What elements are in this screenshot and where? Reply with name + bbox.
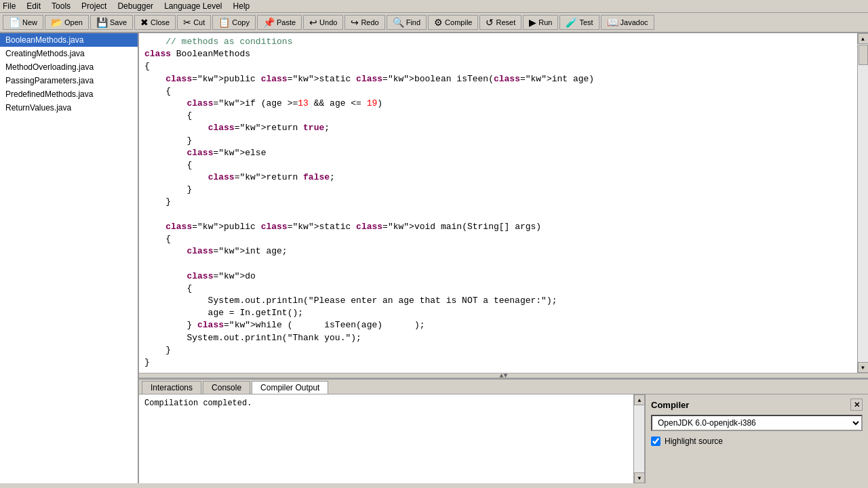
sidebar-file-PredefinedMethods-java[interactable]: PredefinedMethods.java bbox=[0, 87, 138, 101]
new-button-icon: 📄 bbox=[9, 17, 20, 28]
menu-bar: File Edit Tools Project Debugger Languag… bbox=[0, 0, 868, 13]
code-scroll[interactable]: // methods as conditions class BooleanMe… bbox=[139, 33, 857, 373]
panel-content: Compilation completed. ▲ ▼ Compiler ✕ Op… bbox=[139, 394, 868, 483]
cut-button-icon: ✂ bbox=[183, 17, 191, 28]
panel-tab-compiler-output[interactable]: Compiler Output bbox=[252, 381, 328, 394]
menu-file[interactable]: File bbox=[3, 1, 16, 11]
save-button[interactable]: 💾Save bbox=[90, 15, 133, 30]
sidebar-file-CreatingMethods-java[interactable]: CreatingMethods.java bbox=[0, 47, 138, 60]
open-button[interactable]: 📂Open bbox=[45, 15, 89, 30]
scroll-up-arrow[interactable]: ▲ bbox=[858, 33, 869, 44]
close-button-icon: ✖ bbox=[140, 17, 149, 28]
compiler-panel: Compiler ✕ OpenJDK 6.0-openjdk-i386OpenJ… bbox=[644, 394, 868, 483]
scroll-thumb[interactable] bbox=[859, 45, 868, 65]
panel-tabs: InteractionsConsoleCompiler Output bbox=[139, 380, 868, 394]
file-tree: BooleanMethods.javaCreatingMethods.javaM… bbox=[0, 33, 139, 483]
test-button[interactable]: 🧪Test bbox=[559, 15, 599, 30]
cut-button[interactable]: ✂Cut bbox=[177, 15, 211, 30]
bottom-panel: InteractionsConsoleCompiler Output Compi… bbox=[139, 378, 868, 483]
code-container: // methods as conditions class BooleanMe… bbox=[139, 33, 868, 373]
editor-area: // methods as conditions class BooleanMe… bbox=[139, 33, 868, 483]
panel-tab-interactions[interactable]: Interactions bbox=[142, 381, 201, 394]
find-button-icon: 🔍 bbox=[393, 17, 404, 28]
test-button-icon: 🧪 bbox=[566, 17, 577, 28]
compiler-title: Compiler bbox=[651, 400, 689, 410]
reset-button-icon: ↺ bbox=[486, 17, 494, 28]
copy-button-icon: 📋 bbox=[218, 17, 230, 28]
new-button[interactable]: 📄New bbox=[3, 15, 43, 30]
sidebar-file-ReturnValues-java[interactable]: ReturnValues.java bbox=[0, 101, 138, 115]
undo-button[interactable]: ↩Undo bbox=[303, 15, 343, 30]
save-button-icon: 💾 bbox=[96, 17, 108, 28]
panel-tab-console[interactable]: Console bbox=[203, 381, 250, 394]
javadoc-button-icon: 📖 bbox=[607, 17, 618, 28]
undo-button-icon: ↩ bbox=[309, 17, 317, 28]
sidebar-file-MethodOverloading-java[interactable]: MethodOverloading.java bbox=[0, 60, 138, 74]
compiler-close-button[interactable]: ✕ bbox=[850, 399, 863, 411]
close-button[interactable]: ✖Close bbox=[134, 15, 176, 30]
run-button-icon: ▶ bbox=[529, 17, 536, 28]
output-text: Compilation completed. bbox=[139, 394, 633, 483]
toolbar: 📄New📂Open💾Save✖Close✂Cut📋Copy📌Paste↩Undo… bbox=[0, 13, 868, 33]
menu-edit[interactable]: Edit bbox=[26, 1, 41, 11]
scroll-track[interactable] bbox=[858, 44, 869, 362]
menu-tools[interactable]: Tools bbox=[52, 1, 71, 11]
reset-button[interactable]: ↺Reset bbox=[479, 15, 521, 30]
output-scroll-up[interactable]: ▲ bbox=[634, 394, 644, 405]
menu-project[interactable]: Project bbox=[81, 1, 106, 11]
highlight-source-label: Highlight source bbox=[665, 436, 723, 446]
redo-button[interactable]: ↪Redo bbox=[344, 15, 384, 30]
output-scroll-down[interactable]: ▼ bbox=[634, 472, 644, 483]
sidebar-file-PassingParameters-java[interactable]: PassingParameters.java bbox=[0, 74, 138, 87]
highlight-source-row: Highlight source bbox=[651, 436, 863, 446]
open-button-icon: 📂 bbox=[51, 17, 62, 28]
vertical-scrollbar: ▲ ▼ bbox=[857, 33, 868, 373]
compiler-version-select[interactable]: OpenJDK 6.0-openjdk-i386OpenJDK 8OpenJDK… bbox=[651, 415, 863, 431]
menu-help[interactable]: Help bbox=[233, 1, 250, 11]
redo-button-icon: ↪ bbox=[351, 17, 359, 28]
find-button[interactable]: 🔍Find bbox=[387, 15, 427, 30]
paste-button[interactable]: 📌Paste bbox=[257, 15, 302, 30]
scroll-down-arrow[interactable]: ▼ bbox=[858, 362, 869, 373]
code-display: // methods as conditions class BooleanMe… bbox=[139, 33, 857, 373]
copy-button[interactable]: 📋Copy bbox=[212, 15, 256, 30]
main-layout: BooleanMethods.javaCreatingMethods.javaM… bbox=[0, 33, 868, 483]
output-scroll-track[interactable] bbox=[634, 405, 644, 472]
output-scrollbar: ▲ ▼ bbox=[633, 394, 644, 483]
menu-debugger[interactable]: Debugger bbox=[117, 1, 153, 11]
sidebar-file-BooleanMethods-java[interactable]: BooleanMethods.java bbox=[0, 33, 138, 47]
output-area: Compilation completed. ▲ ▼ bbox=[139, 394, 644, 483]
compile-button-icon: ⚙ bbox=[434, 17, 443, 28]
menu-language-level[interactable]: Language Level bbox=[164, 1, 222, 11]
paste-button-icon: 📌 bbox=[263, 17, 275, 28]
javadoc-button[interactable]: 📖Javadoc bbox=[601, 15, 654, 30]
run-button[interactable]: ▶Run bbox=[523, 15, 558, 30]
compile-button[interactable]: ⚙Compile bbox=[428, 15, 478, 30]
resize-handle[interactable]: ▲▼ bbox=[139, 373, 868, 378]
highlight-source-checkbox[interactable] bbox=[651, 436, 660, 446]
compiler-panel-header: Compiler ✕ bbox=[651, 399, 863, 411]
